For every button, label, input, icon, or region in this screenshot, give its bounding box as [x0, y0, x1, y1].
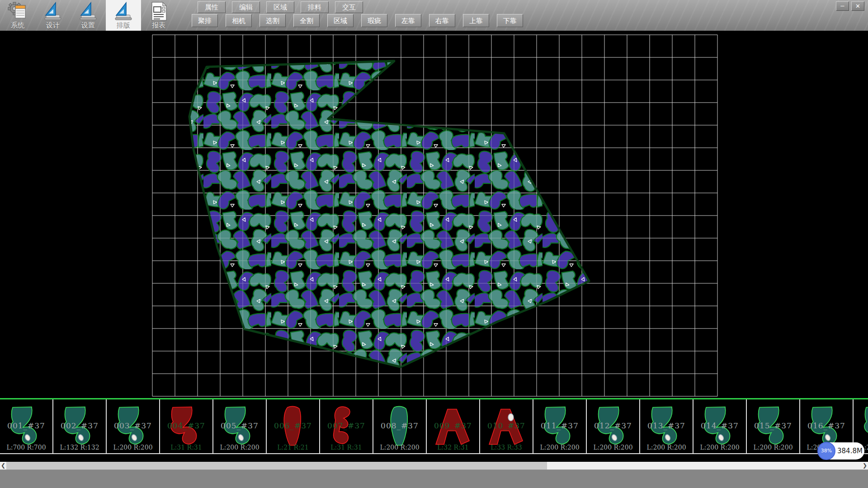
- nesting-canvas[interactable]: [0, 31, 868, 398]
- piece-thumbnail-strip: 001_#37L:700 R:700002_#37L:132 R:132003_…: [0, 399, 868, 454]
- piece-lr-label: L:32 R:31: [427, 444, 479, 451]
- leather-hide[interactable]: [189, 61, 589, 367]
- piece-thumbnail-004[interactable]: 004_#37L:31 R:31: [160, 399, 213, 453]
- big-button-label: 设置: [71, 21, 106, 29]
- close-button[interactable]: ✕: [851, 1, 864, 11]
- big-button-3[interactable]: 设置: [71, 0, 106, 31]
- memory-size-label: 384.8M: [837, 442, 863, 460]
- piece-name-label: 002_#37: [53, 421, 106, 430]
- piece-name-label: 009_#37: [427, 421, 479, 430]
- piece-lr-label: L:200 R:200: [213, 444, 266, 451]
- piece-name-label: 007_#37: [320, 421, 373, 430]
- piece-thumbnail-012[interactable]: 012_#37L:200 R:200: [587, 399, 640, 453]
- horizontal-scrollbar[interactable]: ❮ ❯: [0, 462, 868, 469]
- piece-name-label: 001_#37: [0, 421, 52, 430]
- piece-name-label: 012_#37: [587, 421, 639, 430]
- main-toolbar: 系统设计设置排版报表 属性编辑区域排料交互 聚排相机选割全割区域瑕疵左靠右靠上靠…: [0, 0, 868, 31]
- piece-thumbnail-002[interactable]: 002_#37L:132 R:132: [53, 399, 107, 453]
- minimize-button[interactable]: ─: [836, 1, 849, 11]
- piece-thumbnail-006[interactable]: 006_#37L:21 R:21: [267, 399, 320, 453]
- piece-lr-label: L:200 R:200: [693, 444, 746, 451]
- report-doc-icon: [148, 1, 169, 21]
- menu-tab-3[interactable]: 区域: [266, 1, 294, 13]
- piece-lr-label: L:31 R:31: [160, 444, 212, 451]
- menu-tab-1[interactable]: 属性: [198, 1, 226, 13]
- piece-name-label: 004_#37: [160, 421, 212, 430]
- piece-thumbnail-001[interactable]: 001_#37L:700 R:700: [0, 399, 53, 453]
- minimize-icon: ─: [841, 3, 844, 9]
- piece-lr-label: L:31 R:31: [320, 444, 373, 451]
- tool-button-2[interactable]: 相机: [226, 14, 252, 27]
- piece-name-label: 010_#37: [480, 421, 533, 430]
- system-gear-icon: [7, 1, 28, 21]
- piece-name-label: 011_#37: [533, 421, 586, 430]
- piece-lr-label: L:700 R:700: [0, 444, 52, 451]
- piece-thumbnail-014[interactable]: 014_#37L:200 R:200: [693, 399, 747, 453]
- scrollbar-thumb[interactable]: [6, 462, 547, 469]
- progress-badge: 38% 384.8M: [818, 442, 864, 460]
- big-button-2[interactable]: 设计: [35, 0, 71, 31]
- menu-tab-5[interactable]: 交互: [335, 1, 363, 13]
- big-button-label: 报表: [141, 21, 176, 29]
- big-button-label: 系统: [0, 21, 35, 29]
- big-button-5[interactable]: 报表: [141, 0, 176, 31]
- tool-button-3[interactable]: 选割: [259, 14, 286, 27]
- piece-lr-label: L:200 R:200: [107, 444, 159, 451]
- piece-thumbnail-005[interactable]: 005_#37L:200 R:200: [213, 399, 267, 453]
- piece-thumbnail-009[interactable]: 009_#37L:32 R:31: [427, 399, 480, 453]
- piece-lr-label: L:200 R:200: [373, 444, 426, 451]
- piece-name-label: 008_#37: [373, 421, 426, 430]
- piece-name-label: 013_#37: [640, 421, 693, 430]
- status-bar: [0, 469, 868, 488]
- piece-name-label: 003_#37: [107, 421, 159, 430]
- menu-tab-4[interactable]: 排料: [301, 1, 329, 13]
- tool-button-5[interactable]: 区域: [327, 14, 354, 27]
- piece-lr-label: L:200 R:200: [533, 444, 586, 451]
- tool-button-4[interactable]: 全割: [293, 14, 320, 27]
- piece-lr-label: L:21 R:21: [267, 444, 319, 451]
- piece-thumbnail-003[interactable]: 003_#37L:200 R:200: [107, 399, 160, 453]
- menu-tab-2[interactable]: 编辑: [232, 1, 260, 13]
- big-button-label: 设计: [35, 21, 71, 29]
- piece-thumbnail-015[interactable]: 015_#37L:200 R:200: [747, 399, 800, 453]
- piece-lr-label: L:200 R:200: [640, 444, 693, 451]
- close-icon: ✕: [855, 3, 860, 9]
- piece-thumbnail-011[interactable]: 011_#37L:200 R:200: [533, 399, 587, 453]
- piece-name-label: 005_#37: [213, 421, 266, 430]
- piece-thumbnail-007[interactable]: 007_#37L:31 R:31: [320, 399, 373, 453]
- piece-thumbnail-010[interactable]: 010_#37L:33 R:33: [480, 399, 533, 453]
- scroll-right-arrow[interactable]: ❯: [862, 462, 868, 469]
- piece-lr-label: L:132 R:132: [53, 444, 106, 451]
- set-square-icon: [78, 1, 99, 21]
- tool-button-8[interactable]: 右靠: [429, 14, 455, 27]
- big-button-1[interactable]: 系统: [0, 0, 35, 31]
- piece-name-label: 015_#37: [747, 421, 799, 430]
- tool-button-9[interactable]: 上靠: [463, 14, 489, 27]
- piece-lr-label: L:200 R:200: [747, 444, 799, 451]
- tool-button-1[interactable]: 聚排: [192, 14, 218, 27]
- piece-lr-label: L:33 R:33: [480, 444, 533, 451]
- tool-button-10[interactable]: 下靠: [497, 14, 523, 27]
- piece-thumbnail-013[interactable]: 013_#37L:200 R:200: [640, 399, 693, 453]
- piece-name-label: 006_#37: [267, 421, 319, 430]
- progress-percent-badge: 38%: [817, 442, 835, 460]
- set-square-icon: [113, 1, 134, 21]
- set-square-icon: [42, 1, 63, 21]
- piece-lr-label: L:200 R:200: [587, 444, 639, 451]
- nesting-app-window: 系统设计设置排版报表 属性编辑区域排料交互 聚排相机选割全割区域瑕疵左靠右靠上靠…: [0, 0, 868, 488]
- big-button-4[interactable]: 排版: [106, 0, 141, 31]
- piece-name-label: 016_#37: [800, 421, 853, 430]
- piece-name-label: 014_#37: [693, 421, 746, 430]
- big-button-label: 排版: [106, 21, 141, 29]
- scroll-left-arrow[interactable]: ❮: [0, 462, 6, 469]
- tool-button-7[interactable]: 左靠: [395, 14, 421, 27]
- piece-thumbnail-008[interactable]: 008_#37L:200 R:200: [373, 399, 427, 453]
- tool-button-6[interactable]: 瑕疵: [361, 14, 387, 27]
